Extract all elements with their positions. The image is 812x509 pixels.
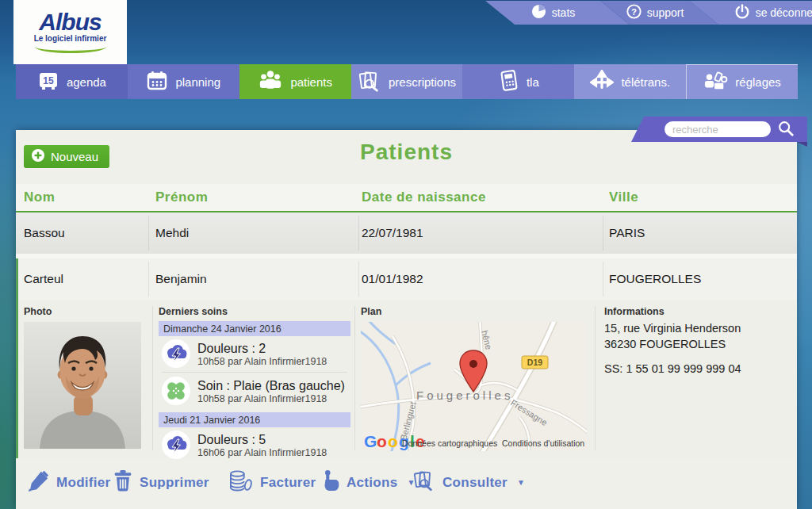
soin-subtitle: 10h58 par Alain Infirmier1918 xyxy=(197,393,345,404)
tab-teletrans[interactable]: télétrans. xyxy=(574,64,686,99)
actions-menu-button[interactable]: Actions ▼ xyxy=(321,469,416,496)
tab-patients[interactable]: patients xyxy=(239,64,351,99)
cell-ville: PARIS xyxy=(609,212,645,254)
logo-wordmark: Albus xyxy=(39,11,101,33)
invoice-button[interactable]: Facturer xyxy=(228,469,316,496)
logout-button[interactable]: se déconnecter xyxy=(689,1,812,25)
delete-button[interactable]: Supprimer xyxy=(113,469,209,496)
tab-prescriptions-label: prescriptions xyxy=(389,75,456,89)
patients-panel: Nouveau Patients Nom Prénom Date de nais… xyxy=(16,130,797,509)
soin-entry[interactable]: Soin : Plaie (Bras gauche) 10h58 par Ala… xyxy=(159,373,350,408)
plan-label: Plan xyxy=(361,306,587,317)
calendar-grid-icon xyxy=(146,70,168,94)
cell-nom: Bassou xyxy=(24,212,65,254)
consult-menu-button[interactable]: Consulter ▼ xyxy=(412,469,525,496)
photo-section: Photo xyxy=(24,306,144,449)
search-input[interactable] xyxy=(665,121,771,137)
info-section: Informations 15, rue Virginia Henderson … xyxy=(604,306,793,375)
column-header-prenom[interactable]: Prénom xyxy=(155,189,208,205)
page-title: Patients xyxy=(16,140,797,165)
soin-date-header: Jeudi 21 Janvier 2016 xyxy=(159,412,350,427)
column-header-nom[interactable]: Nom xyxy=(24,189,55,205)
svg-text:o: o xyxy=(388,432,398,450)
modify-button[interactable]: Modifier xyxy=(28,469,111,496)
patient-detail-panel: Photo De xyxy=(16,300,797,458)
arrows-icon xyxy=(590,70,614,94)
hand-pointer-icon xyxy=(321,469,340,496)
support-button[interactable]: ? support xyxy=(600,1,689,25)
chevron-down-icon: ▼ xyxy=(517,478,525,487)
map[interactable]: D19 Fougerolles Fressagne Berlinguet hên… xyxy=(361,322,587,451)
column-divider xyxy=(358,262,359,297)
support-label: support xyxy=(647,6,684,19)
column-header-ville[interactable]: Ville xyxy=(609,189,638,205)
tab-planning-label: planning xyxy=(175,75,220,89)
power-icon xyxy=(734,4,750,22)
patient-photo xyxy=(24,322,141,449)
column-divider xyxy=(148,216,149,251)
soin-title: Douleurs : 5 xyxy=(197,432,327,447)
soin-entry[interactable]: Douleurs : 2 10h58 par Alain Infirmier19… xyxy=(159,336,350,371)
cell-naissance: 22/07/1981 xyxy=(362,212,423,254)
action-bar: Modifier Supprimer Facturer Actions ▼ xyxy=(16,458,797,509)
tab-tla-label: tla xyxy=(527,75,539,89)
soins-section: Derniers soins Dimanche 24 Janvier 2016 … xyxy=(159,306,350,462)
soin-title: Soin : Plaie (Bras gauche) xyxy=(197,378,345,393)
svg-text:?: ? xyxy=(631,7,637,17)
detail-divider xyxy=(152,306,153,450)
bandage-icon xyxy=(162,377,190,405)
svg-text:15: 15 xyxy=(43,75,54,86)
coins-icon xyxy=(228,469,254,496)
people-icon xyxy=(258,70,283,94)
soin-title: Douleurs : 2 xyxy=(197,341,327,356)
stats-button[interactable]: stats xyxy=(485,1,600,25)
calendar-date-icon: 15 xyxy=(37,70,59,94)
svg-text:G: G xyxy=(364,432,377,450)
detail-divider xyxy=(354,306,355,450)
logo-tagline: Le logiciel infirmier xyxy=(34,34,107,43)
table-row[interactable]: Bassou Mehdi 22/07/1981 PARIS xyxy=(16,212,797,254)
soin-subtitle: 16h06 par Alain Infirmier1918 xyxy=(197,447,327,458)
search-banner xyxy=(631,117,807,142)
info-address-line2: 36230 FOUGEROLLES xyxy=(604,337,793,352)
consult-label: Consulter xyxy=(442,475,508,491)
cell-prenom: Mehdi xyxy=(155,212,189,254)
svg-text:o: o xyxy=(377,432,387,450)
tab-tla[interactable]: tla xyxy=(462,64,574,99)
tab-reglages[interactable]: réglages xyxy=(686,64,798,99)
tab-prescriptions[interactable]: prescriptions xyxy=(351,64,463,99)
top-utility-bar: stats ? support se déconnecter xyxy=(476,1,812,25)
modify-label: Modifier xyxy=(56,475,111,491)
table-header-row: Nom Prénom Date de naissance Ville xyxy=(16,184,797,212)
column-divider xyxy=(358,216,359,251)
column-divider xyxy=(148,262,149,297)
photo-label: Photo xyxy=(24,306,144,317)
column-header-naissance[interactable]: Date de naissance xyxy=(362,189,486,205)
tab-planning[interactable]: planning xyxy=(128,64,239,99)
book-search-icon xyxy=(412,469,436,496)
detail-divider xyxy=(595,306,596,450)
logo-swoosh xyxy=(35,45,106,53)
settings-people-icon xyxy=(703,70,728,94)
soin-entry[interactable]: Douleurs : 5 16h06 par Alain Infirmier19… xyxy=(159,427,350,462)
soin-separator xyxy=(162,372,347,373)
stats-label: stats xyxy=(552,6,576,19)
pain-icon xyxy=(162,431,190,459)
main-nav-tabs: 15 agenda planning patients prescription… xyxy=(16,64,798,99)
invoice-label: Facturer xyxy=(260,475,316,491)
pain-icon xyxy=(162,339,190,368)
search-icon xyxy=(777,120,795,140)
app-logo: Albus Le logiciel infirmier xyxy=(13,0,127,64)
table-row-selected[interactable]: Carteul Benjamin 01/01/1982 FOUGEROLLES xyxy=(16,258,797,300)
tab-agenda[interactable]: 15 agenda xyxy=(16,64,128,99)
search-button[interactable] xyxy=(777,120,795,140)
question-icon: ? xyxy=(626,4,642,21)
map-terms-link: Conditions d'utilisation xyxy=(502,438,584,448)
delete-label: Supprimer xyxy=(140,475,209,491)
soin-date-header: Dimanche 24 Janvier 2016 xyxy=(159,321,350,336)
cell-naissance: 01/01/1982 xyxy=(362,258,423,300)
map-attribution: Données cartographiques xyxy=(402,438,497,448)
info-ss-number: SS: 1 55 01 99 999 999 04 xyxy=(604,362,793,375)
soins-label: Derniers soins xyxy=(159,306,350,317)
tab-agenda-label: agenda xyxy=(67,75,106,89)
